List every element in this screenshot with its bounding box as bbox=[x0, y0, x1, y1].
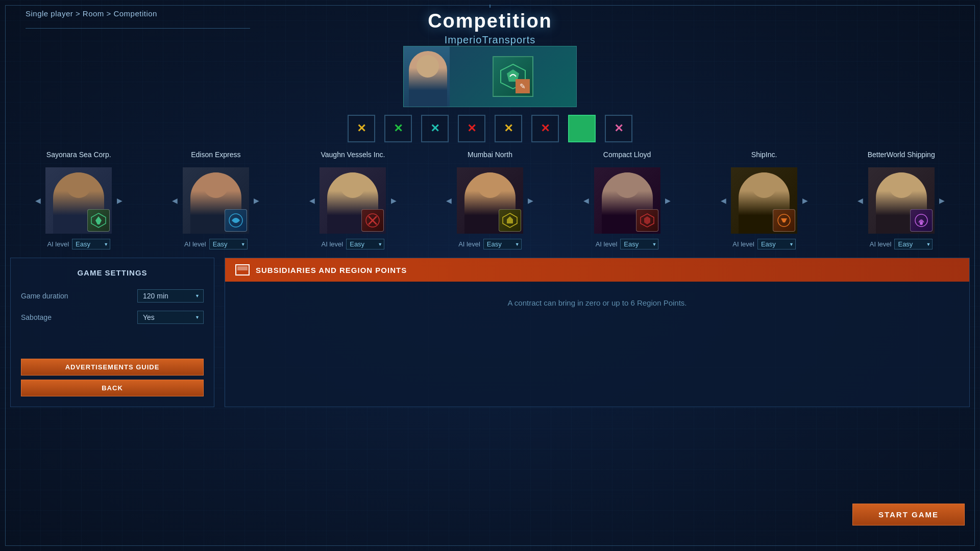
competitor-2-ai-level: AI level EasyMediumHard bbox=[184, 239, 248, 249]
competitor-2-ai-select[interactable]: EasyMediumHard bbox=[209, 239, 248, 249]
player-name: ImperioTransports bbox=[0, 34, 980, 46]
competitor-2-emblem bbox=[225, 209, 247, 232]
settings-title: GAME SETTINGS bbox=[21, 268, 204, 277]
competitor-1-prev-arrow[interactable]: ◀ bbox=[33, 196, 42, 205]
player-logo: ✎ bbox=[493, 56, 533, 97]
player-portrait bbox=[404, 46, 450, 107]
start-game-button[interactable]: START GAME bbox=[852, 504, 965, 525]
competitor-1-emblem bbox=[87, 209, 110, 232]
competitor-5-ai-level: AI level EasyMediumHard bbox=[596, 239, 659, 249]
competitor-3: Vaughn Vessels Inc. ◀ ▶ AI level EasyMed… bbox=[302, 145, 404, 249]
game-settings-panel: GAME SETTINGS Game duration 60 min 90 mi… bbox=[10, 258, 214, 407]
advertisements-guide-button[interactable]: ADVERTISEMENTS GUIDE bbox=[21, 359, 204, 375]
competitor-4-ai-level: AI level EasyMediumHard bbox=[458, 239, 522, 249]
competitor-1-name: Sayonara Sea Corp. bbox=[46, 145, 111, 163]
competitor-3-ai-select[interactable]: EasyMediumHard bbox=[346, 239, 384, 249]
subsidiaries-content: A contract can bring in zero or up to 6 … bbox=[225, 282, 969, 324]
competitor-5-next-arrow[interactable]: ▶ bbox=[664, 196, 673, 205]
competitor-7-emblem bbox=[910, 209, 933, 232]
page-title: Competition bbox=[0, 10, 980, 32]
slot-4[interactable]: ✕ bbox=[458, 115, 485, 142]
competitor-7-portrait bbox=[868, 167, 935, 234]
competitor-4-portrait bbox=[457, 167, 523, 234]
competitor-6-ai-level: AI level EasyMediumHard bbox=[732, 239, 796, 249]
competitor-5-name: Compact Lloyd bbox=[603, 145, 651, 163]
sabotage-label: Sabotage bbox=[21, 313, 52, 321]
competitor-6-emblem bbox=[773, 209, 795, 232]
competitor-1-ai-level: AI level EasyMediumHard bbox=[47, 239, 110, 249]
competitor-7: BetterWorld Shipping ◀ ▶ AI level EasyMe… bbox=[850, 145, 952, 249]
player-card: ✎ bbox=[403, 46, 577, 107]
competitor-6-ai-select[interactable]: EasyMediumHard bbox=[757, 239, 796, 249]
competitor-4-portrait-wrapper: ◀ ▶ bbox=[445, 167, 535, 234]
player-logo-area: ✎ bbox=[450, 56, 576, 97]
competitor-6-portrait-wrapper: ◀ ▶ bbox=[719, 167, 810, 234]
competitor-2-name: Edison Express bbox=[191, 145, 240, 163]
svg-point-11 bbox=[920, 222, 923, 225]
competitor-2-portrait-wrapper: ◀ ▶ bbox=[170, 167, 261, 234]
competitor-1: Sayonara Sea Corp. ◀ ▶ AI level EasyMedi… bbox=[28, 145, 130, 249]
competitor-4: Mumbai North ◀ ▶ AI level EasyMediumHard bbox=[439, 145, 541, 249]
competitor-5-ai-select[interactable]: EasyMediumHard bbox=[620, 239, 658, 249]
competitor-6-name: ShipInc. bbox=[751, 145, 777, 163]
slot-3[interactable]: ✕ bbox=[421, 115, 449, 142]
competitor-1-ai-select[interactable]: EasyMediumHard bbox=[72, 239, 110, 249]
competitor-3-name: Vaughn Vessels Inc. bbox=[321, 145, 385, 163]
competitor-5-portrait-wrapper: ◀ ▶ bbox=[582, 167, 673, 234]
competitor-4-ai-select[interactable]: EasyMediumHard bbox=[483, 239, 522, 249]
competitor-6-next-arrow[interactable]: ▶ bbox=[800, 196, 810, 205]
game-duration-label: Game duration bbox=[21, 292, 68, 300]
competitor-7-ai-level: AI level EasyMediumHard bbox=[870, 239, 933, 249]
competitor-3-emblem bbox=[361, 209, 384, 232]
competitor-3-ai-level: AI level EasyMediumHard bbox=[322, 239, 385, 249]
subsidiaries-icon bbox=[235, 264, 250, 276]
competitor-1-portrait-wrapper: ◀ ▶ bbox=[33, 167, 124, 234]
slot-2[interactable]: ✕ bbox=[384, 115, 412, 142]
competitor-5: Compact Lloyd ◀ ▶ AI level EasyMediumHar… bbox=[576, 145, 678, 249]
edit-icon[interactable]: ✎ bbox=[516, 79, 530, 93]
subsidiaries-description: A contract can bring in zero or up to 6 … bbox=[240, 297, 954, 309]
sabotage-row: Sabotage Yes No bbox=[21, 311, 204, 324]
subsidiaries-header: SUBSIDIARIES AND REGION POINTS bbox=[225, 258, 969, 282]
competitor-7-name: BetterWorld Shipping bbox=[868, 145, 935, 163]
player-portrait-figure bbox=[409, 51, 447, 107]
competitor-2: Edison Express ◀ ▶ AI level EasyMediumHa… bbox=[165, 145, 267, 249]
svg-marker-8 bbox=[644, 216, 650, 224]
slots-row: ✕ ✕ ✕ ✕ ✕ ✕ ✕ bbox=[348, 115, 632, 142]
sabotage-select[interactable]: Yes No bbox=[137, 311, 204, 324]
competitor-4-next-arrow[interactable]: ▶ bbox=[526, 196, 535, 205]
competitor-3-next-arrow[interactable]: ▶ bbox=[389, 196, 398, 205]
competitor-6-portrait bbox=[731, 167, 797, 234]
slot-1[interactable]: ✕ bbox=[348, 115, 375, 142]
competitor-2-next-arrow[interactable]: ▶ bbox=[252, 196, 261, 205]
competitor-5-emblem bbox=[636, 209, 658, 232]
competitor-7-ai-select[interactable]: EasyMediumHard bbox=[894, 239, 933, 249]
competitor-4-name: Mumbai North bbox=[468, 145, 512, 163]
game-duration-select[interactable]: 60 min 90 min 120 min 180 min bbox=[137, 289, 204, 303]
title-area: Competition ImperioTransports bbox=[0, 10, 980, 46]
competitors-area: Sayonara Sea Corp. ◀ ▶ AI level EasyMedi… bbox=[10, 145, 970, 249]
back-button[interactable]: BACK bbox=[21, 380, 204, 396]
competitor-7-prev-arrow[interactable]: ◀ bbox=[856, 196, 865, 205]
competitor-6: ShipInc. ◀ ▶ AI level EasyMediumHard bbox=[713, 145, 815, 249]
competitor-4-emblem bbox=[499, 209, 521, 232]
competitor-7-portrait-wrapper: ◀ ▶ bbox=[856, 167, 947, 234]
competitor-5-prev-arrow[interactable]: ◀ bbox=[582, 196, 591, 205]
bottom-area: GAME SETTINGS Game duration 60 min 90 mi… bbox=[10, 258, 970, 407]
slot-7-active[interactable] bbox=[568, 115, 596, 142]
competitor-3-portrait bbox=[320, 167, 386, 234]
competitor-1-next-arrow[interactable]: ▶ bbox=[115, 196, 124, 205]
slot-6[interactable]: ✕ bbox=[531, 115, 559, 142]
subsidiaries-title: SUBSIDIARIES AND REGION POINTS bbox=[256, 266, 407, 274]
competitor-1-portrait bbox=[45, 167, 112, 234]
competitor-3-prev-arrow[interactable]: ◀ bbox=[307, 196, 316, 205]
slot-8[interactable]: ✕ bbox=[605, 115, 632, 142]
competitor-5-portrait bbox=[594, 167, 660, 234]
competitor-3-portrait-wrapper: ◀ ▶ bbox=[307, 167, 398, 234]
competitor-4-prev-arrow[interactable]: ◀ bbox=[445, 196, 454, 205]
competitor-7-next-arrow[interactable]: ▶ bbox=[938, 196, 947, 205]
slot-5[interactable]: ✕ bbox=[495, 115, 522, 142]
competitor-6-prev-arrow[interactable]: ◀ bbox=[719, 196, 728, 205]
competitor-2-prev-arrow[interactable]: ◀ bbox=[170, 196, 180, 205]
competitor-2-portrait bbox=[183, 167, 249, 234]
